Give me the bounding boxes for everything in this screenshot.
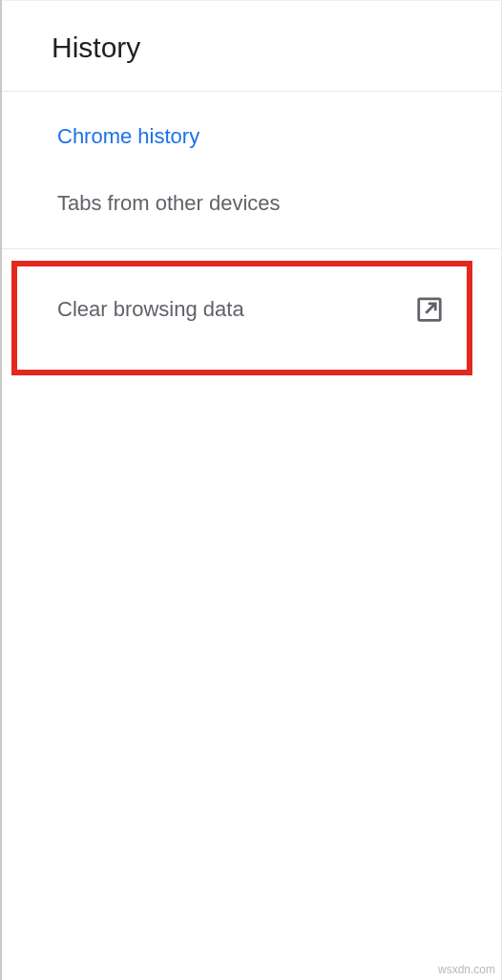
sidebar-item-tabs-other-devices[interactable]: Tabs from other devices <box>2 170 501 248</box>
sidebar-item-chrome-history[interactable]: Chrome history <box>2 92 501 170</box>
clear-data-section: Clear browsing data <box>2 249 501 352</box>
history-sidebar-panel: History Chrome history Tabs from other d… <box>0 0 502 980</box>
clear-browsing-data-label: Clear browsing data <box>57 297 244 322</box>
launch-icon <box>415 295 444 324</box>
history-menu-section: Chrome history Tabs from other devices <box>2 92 501 249</box>
watermark-text: wsxdn.com <box>438 963 495 976</box>
panel-header: History <box>2 0 501 92</box>
svg-line-1 <box>426 304 435 313</box>
page-title: History <box>52 32 501 64</box>
sidebar-item-label: Tabs from other devices <box>57 191 281 216</box>
clear-browsing-data-button[interactable]: Clear browsing data <box>2 249 501 352</box>
sidebar-item-label: Chrome history <box>57 124 199 149</box>
